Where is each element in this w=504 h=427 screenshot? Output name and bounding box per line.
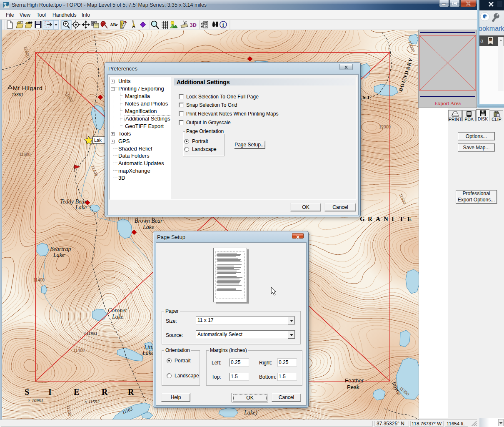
svg-text:Littl: Littl bbox=[144, 344, 154, 350]
svg-text:Lake: Lake bbox=[142, 350, 154, 356]
svg-text:Feather: Feather bbox=[345, 377, 364, 384]
svg-text:R: R bbox=[102, 387, 108, 397]
svg-text:11600: 11600 bbox=[19, 152, 31, 157]
svg-text:×11831: ×11831 bbox=[83, 331, 97, 336]
svg-text:× 10951: × 10951 bbox=[27, 398, 43, 403]
svg-text:Export Area: Export Area bbox=[434, 100, 461, 106]
svg-text:Brown Bear: Brown Bear bbox=[135, 218, 163, 224]
svg-text:13361: 13361 bbox=[12, 93, 23, 97]
svg-text:N: N bbox=[384, 216, 388, 222]
svg-text:12000: 12000 bbox=[379, 125, 391, 129]
svg-text:Mt Hilgard: Mt Hilgard bbox=[13, 85, 43, 91]
svg-text:ABc: ABc bbox=[110, 23, 118, 27]
svg-text:N: N bbox=[132, 20, 134, 23]
svg-text:3D: 3D bbox=[190, 22, 197, 28]
svg-text:11400: 11400 bbox=[73, 348, 85, 353]
svg-text:Teddy Bear: Teddy Bear bbox=[60, 198, 87, 205]
svg-text:E: E bbox=[407, 216, 412, 222]
svg-text:× 11592: × 11592 bbox=[84, 399, 100, 404]
svg-text:Lake: Lake bbox=[75, 204, 87, 211]
svg-text:R: R bbox=[368, 216, 372, 222]
svg-text:Lake): Lake) bbox=[244, 409, 257, 416]
svg-text:T: T bbox=[399, 216, 404, 222]
svg-text:11400: 11400 bbox=[33, 278, 45, 282]
svg-text:A: A bbox=[376, 216, 380, 222]
svg-text:S: S bbox=[25, 387, 29, 397]
svg-text:Lake: Lake bbox=[53, 252, 65, 258]
svg-text:R: R bbox=[128, 387, 134, 397]
svg-text:Coronet: Coronet bbox=[108, 307, 127, 314]
svg-text:Peak: Peak bbox=[347, 384, 359, 390]
svg-text:E: E bbox=[74, 387, 79, 397]
svg-text:G: G bbox=[360, 216, 365, 222]
svg-text:Lake: Lake bbox=[142, 224, 154, 230]
svg-text:Beartrap: Beartrap bbox=[50, 246, 71, 252]
svg-text:I: I bbox=[48, 387, 52, 397]
svg-text:Lake: Lake bbox=[112, 314, 123, 320]
svg-text:I: I bbox=[392, 216, 394, 222]
svg-text:i: i bbox=[222, 22, 224, 28]
svg-text:Lak: Lak bbox=[94, 138, 102, 143]
